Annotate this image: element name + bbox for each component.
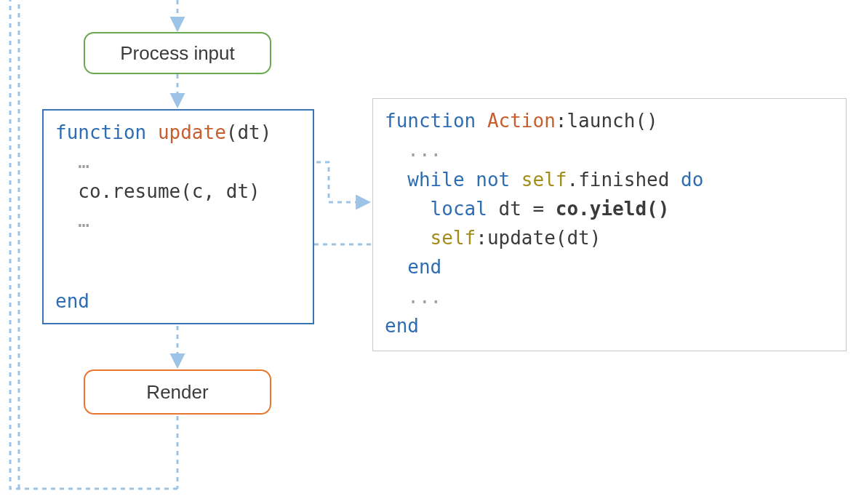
code-box-update: function update(dt) … co.resume(c, dt) ……: [42, 109, 314, 324]
code-line: function update(dt): [55, 118, 301, 147]
code-line: end: [385, 311, 834, 340]
node-render-label: Render: [146, 381, 208, 404]
code-line: function Action:launch(): [385, 106, 834, 135]
code-box-launch: function Action:launch() ... while not s…: [372, 98, 847, 351]
code-line: ...: [385, 135, 834, 164]
code-line: …: [55, 147, 301, 176]
code-line: end: [385, 252, 834, 281]
code-line: ...: [385, 282, 834, 311]
node-process-input-label: Process input: [120, 42, 235, 65]
code-line: end: [55, 287, 89, 316]
code-line: local dt = co.yield(): [385, 194, 834, 223]
code-line: while not self.finished do: [385, 165, 834, 194]
code-line: …: [55, 206, 301, 235]
node-process-input: Process input: [84, 32, 271, 74]
code-line: self:update(dt): [385, 223, 834, 252]
node-render: Render: [84, 369, 271, 415]
code-line: co.resume(c, dt): [55, 177, 301, 206]
